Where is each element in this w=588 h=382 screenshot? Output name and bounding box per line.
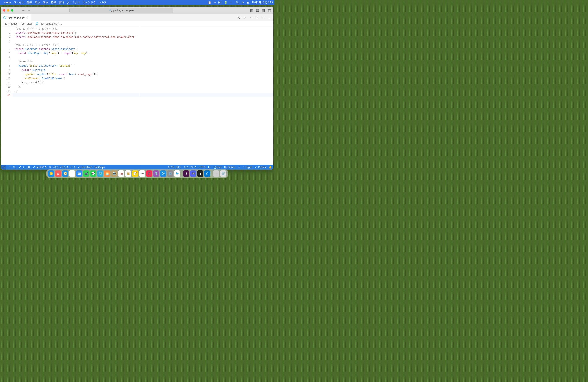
- status-cursor-position[interactable]: 行 15、列 1: [168, 166, 181, 169]
- layout-sidebar-right-icon[interactable]: ◨: [261, 8, 265, 12]
- dock-app-launchpad[interactable]: ⊞: [55, 171, 62, 177]
- status-ports[interactable]: ᯤ 0: [71, 166, 75, 169]
- line-number: 13: [1, 84, 11, 89]
- flutter-restart-icon[interactable]: ⟳: [243, 16, 247, 19]
- window-minimize-button[interactable]: [7, 9, 9, 12]
- status-scm-icon[interactable]: ⑂: [9, 166, 10, 169]
- spotlight-icon[interactable]: 🔍: [236, 1, 239, 4]
- menu-select[interactable]: 選択: [35, 0, 40, 4]
- dock-app-podcasts[interactable]: 🎙️: [153, 171, 159, 177]
- status-encoding[interactable]: UTF-8: [199, 166, 205, 169]
- dock-app-freeform[interactable]: 〰️: [139, 171, 146, 177]
- flutter-attach-icon[interactable]: ⟲: [237, 16, 241, 19]
- split-editor-icon[interactable]: ◫: [261, 16, 265, 19]
- codelens[interactable]: You, 11 か月前 | 1 author (You): [13, 27, 273, 31]
- status-search-icon[interactable]: 🔍: [13, 166, 16, 169]
- command-center[interactable]: 🔍 package_samples: [69, 8, 173, 13]
- menu-window[interactable]: ウィンドウ: [83, 0, 96, 4]
- status-git-branch[interactable]: ⎇ master* ⟳: [32, 166, 47, 169]
- flutter-hot-reload-icon[interactable]: ⤳: [249, 16, 253, 19]
- nav-forward-icon[interactable]: →: [27, 9, 31, 12]
- status-git-graph[interactable]: Git Graph: [94, 166, 105, 169]
- tab-close-icon[interactable]: ×: [27, 16, 28, 19]
- dock-app-calendar[interactable]: 29: [118, 171, 125, 177]
- search-icon: 🔍: [109, 9, 112, 12]
- menu-run[interactable]: 実行: [59, 0, 64, 4]
- status-git-graph-icon[interactable]: ⧉: [49, 166, 51, 169]
- tab-root-page[interactable]: root_page.dart ×: [1, 14, 31, 21]
- remote-indicator[interactable]: ⇄: [1, 165, 6, 170]
- dock-separator: [211, 171, 212, 176]
- status-spell[interactable]: Spell: [243, 166, 252, 169]
- breadcrumb-part[interactable]: root_page.dart: [40, 22, 57, 25]
- status-debug-icon[interactable]: ▷: [23, 166, 25, 169]
- dock-app-unknown[interactable]: ?: [213, 171, 219, 177]
- more-actions-icon[interactable]: ⋯: [267, 16, 271, 19]
- dock-app-chrome[interactable]: ◉: [69, 171, 75, 177]
- battery-icon[interactable]: 🔋: [224, 1, 227, 4]
- dock-app-messages[interactable]: 💬: [90, 171, 96, 177]
- dock-app-contacts[interactable]: 📇: [111, 171, 117, 177]
- clipboard-icon[interactable]: 📋: [208, 1, 211, 4]
- nav-back-icon[interactable]: ←: [22, 9, 25, 12]
- dock-app-notes[interactable]: 📝: [132, 171, 138, 177]
- dock-app-safari[interactable]: 🧭: [62, 171, 68, 177]
- breadcrumb[interactable]: lib› pages› root_page› root_page.dart› .…: [1, 21, 273, 26]
- breadcrumb-part[interactable]: pages: [10, 22, 17, 25]
- siri-icon[interactable]: ◉: [247, 1, 249, 4]
- menu-view[interactable]: 表示: [43, 0, 48, 4]
- codelens[interactable]: You, 11 か月前 | 1 author (You): [13, 43, 273, 47]
- dock-app-trash[interactable]: 🗑️: [220, 171, 226, 177]
- dock-app-music[interactable]: 🎵: [146, 171, 152, 177]
- menubar-clock[interactable]: 10月29日(日) 4:23: [252, 0, 273, 4]
- control-center-icon[interactable]: ⚙: [242, 1, 244, 4]
- menu-file[interactable]: ファイル: [14, 0, 24, 4]
- line-number: 8: [1, 63, 11, 68]
- dart-file-icon: [36, 22, 38, 25]
- status-live-share[interactable]: ↗ Live Share: [78, 166, 92, 169]
- dock-app-reminders[interactable]: ☰: [125, 171, 131, 177]
- layout-sidebar-left-icon[interactable]: ◧: [249, 8, 253, 12]
- dock-app-maps[interactable]: 🗺️: [97, 171, 104, 177]
- menu-edit[interactable]: 編集: [27, 0, 32, 4]
- line-number: 9: [1, 68, 11, 72]
- wifi-icon[interactable]: ᯤ: [230, 1, 233, 4]
- dock-app-facetime[interactable]: 📹: [83, 171, 89, 177]
- input-source-icon[interactable]: A: [218, 1, 221, 4]
- run-file-icon[interactable]: ▷: [255, 16, 259, 19]
- dock-app-mail[interactable]: ✉️: [76, 171, 83, 177]
- status-prettier[interactable]: Prettier: [255, 166, 266, 169]
- window-maximize-button[interactable]: [11, 9, 13, 12]
- dock-app-vscode[interactable]: ⟨⟩: [204, 171, 210, 177]
- layout-panel-icon[interactable]: ⬓: [255, 8, 259, 12]
- layout-customize-icon[interactable]: ▥: [267, 8, 272, 12]
- dock-app-photos[interactable]: 🌅: [104, 171, 110, 177]
- status-problems[interactable]: ⓧ 0 ⚠ 0 ⓘ 2: [53, 166, 68, 169]
- status-copilot-icon[interactable]: ☺: [238, 166, 240, 169]
- status-device[interactable]: No Device: [224, 166, 235, 169]
- dock-app-settings[interactable]: ⚙️: [167, 171, 173, 177]
- status-layout-icon[interactable]: ▦: [28, 166, 30, 169]
- dock-app-terminal[interactable]: ▮: [197, 171, 203, 177]
- editor[interactable]: 1 2 3 4 5 6 7 8 9 10 11 12 13 14 15 You,…: [1, 26, 273, 165]
- dock-app-discord[interactable]: 🎮: [190, 171, 196, 177]
- dock-app-appstore[interactable]: Ⓐ: [160, 171, 167, 177]
- status-indentation[interactable]: スペース: 2: [184, 166, 196, 169]
- dock-app-slack[interactable]: ✱: [183, 171, 189, 177]
- window-close-button[interactable]: [3, 9, 5, 12]
- breadcrumb-part[interactable]: lib: [5, 22, 7, 25]
- status-branch-icon[interactable]: ⎇: [18, 166, 21, 169]
- dropbox-icon[interactable]: ⧈: [214, 1, 216, 4]
- status-language[interactable]: { } Dart: [214, 166, 221, 169]
- dock-app-twitter[interactable]: 🐦: [174, 171, 180, 177]
- menubar-app-name[interactable]: Code: [4, 1, 11, 4]
- breadcrumb-part[interactable]: ...: [60, 22, 62, 25]
- status-eol[interactable]: LF: [208, 166, 211, 169]
- menu-go[interactable]: 移動: [51, 0, 56, 4]
- dock-app-finder[interactable]: 🙂: [48, 171, 54, 177]
- status-notifications-icon[interactable]: 🔔: [269, 166, 272, 169]
- menu-terminal[interactable]: ターミナル: [67, 0, 80, 4]
- breadcrumb-part[interactable]: root_page: [21, 22, 33, 25]
- menu-help[interactable]: ヘルプ: [99, 0, 106, 4]
- code-area[interactable]: You, 11 か月前 | 1 author (You) import 'pac…: [13, 26, 273, 165]
